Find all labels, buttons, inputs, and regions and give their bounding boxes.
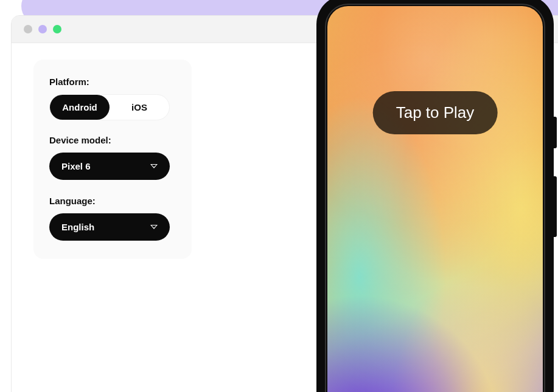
platform-option-android[interactable]: Android — [50, 95, 110, 120]
device-frame: Tap to Play — [316, 0, 554, 392]
wallpaper-wave — [327, 30, 543, 392]
device-model-value: Pixel 6 — [61, 161, 91, 171]
window-minimize-dot[interactable] — [38, 25, 47, 33]
platform-option-ios[interactable]: iOS — [110, 95, 169, 120]
platform-label: Platform: — [49, 77, 176, 87]
tap-to-play-button[interactable]: Tap to Play — [373, 91, 498, 134]
window-close-dot[interactable] — [24, 25, 32, 33]
device-model-label: Device model: — [49, 135, 176, 145]
phone-side-button — [554, 176, 557, 237]
device-model-select[interactable]: Pixel 6 — [49, 153, 170, 180]
language-select[interactable]: English — [49, 213, 170, 241]
window-maximize-dot[interactable] — [53, 25, 61, 33]
device-bezel: Tap to Play — [325, 4, 545, 392]
language-label: Language: — [49, 196, 176, 206]
chevron-down-icon — [150, 164, 158, 168]
chevron-down-icon — [150, 225, 158, 229]
device-screen[interactable]: Tap to Play — [327, 6, 543, 392]
config-panel: Platform: Android iOS Device model: Pixe… — [33, 60, 192, 259]
platform-segmented-control: Android iOS — [49, 94, 170, 120]
language-value: English — [61, 222, 94, 232]
phone-side-button — [554, 117, 557, 148]
